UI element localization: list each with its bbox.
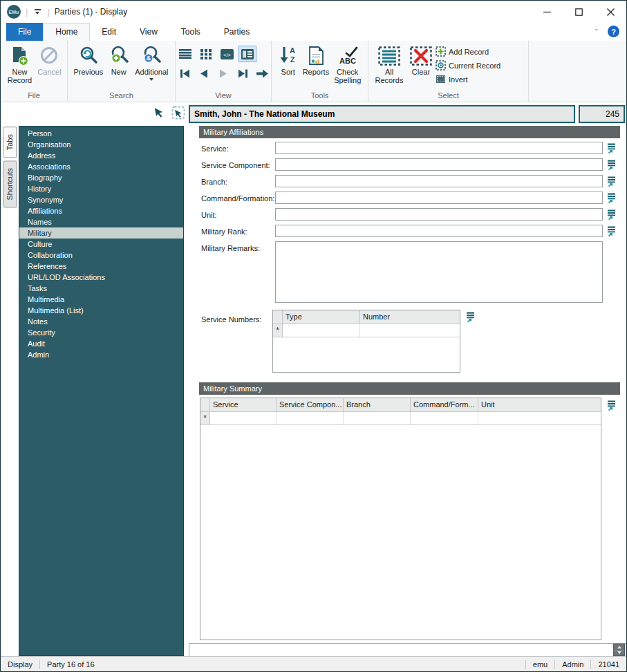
tab-home[interactable]: Home	[43, 23, 90, 41]
unit-lookup-icon[interactable]	[606, 209, 617, 221]
sidebar-item-synonymy[interactable]: Synonymy	[19, 194, 183, 205]
tab-edit[interactable]: Edit	[90, 23, 128, 41]
quick-access-toolbar-button[interactable]	[32, 9, 42, 15]
military-remarks-label: Military Remarks:	[201, 244, 260, 252]
list-view-button[interactable]	[176, 46, 194, 62]
service-input[interactable]	[275, 142, 603, 154]
sidebar-item-security[interactable]: Security	[19, 327, 183, 338]
record-summary-box: Smith, John - The National Museum	[189, 105, 575, 123]
help-icon[interactable]: ?	[608, 26, 619, 37]
command-formation-input[interactable]	[275, 192, 603, 204]
tab-scroll-spinner[interactable]	[613, 644, 625, 656]
tab-view[interactable]: View	[128, 23, 169, 41]
tab-parties[interactable]: Parties	[212, 23, 261, 41]
service-lookup-icon[interactable]	[606, 142, 617, 154]
military-rank-lookup-icon[interactable]	[606, 225, 617, 237]
sn-column-number[interactable]: Number	[360, 310, 460, 324]
command-formation-lookup-icon[interactable]	[606, 192, 617, 204]
ms-new-row[interactable]: *	[200, 412, 601, 425]
sidebar-item-multimedia-list[interactable]: Multimedia (List)	[19, 305, 183, 316]
grid-view-button[interactable]	[197, 46, 215, 62]
clear-selection-icon	[410, 44, 432, 68]
ribbon-group-select: All Records Clear	[368, 41, 529, 102]
sn-new-row[interactable]: *	[273, 324, 460, 337]
select-pointer-icon[interactable]	[153, 106, 165, 118]
sidebar-item-notes[interactable]: Notes	[19, 316, 183, 327]
scroll-up-icon[interactable]	[614, 644, 624, 650]
current-record-button[interactable]: Current Record	[436, 59, 500, 71]
form-view-button[interactable]	[238, 46, 256, 62]
sidebar-item-military[interactable]: Military	[19, 227, 183, 239]
sidebar-item-organisation[interactable]: Organisation	[19, 139, 183, 150]
ms-column-unit[interactable]: Unit	[478, 398, 601, 411]
service-label: Service:	[201, 144, 229, 153]
sidebar-item-history[interactable]: History	[19, 183, 183, 194]
cancel-button[interactable]: Cancel	[35, 43, 64, 76]
ms-column-branch[interactable]: Branch	[344, 398, 411, 411]
new-record-button[interactable]: New Record	[4, 43, 35, 84]
unit-input[interactable]	[275, 208, 603, 221]
service-component-lookup-icon[interactable]	[606, 159, 617, 171]
invert-selection-button[interactable]: Invert	[436, 73, 500, 85]
reports-button[interactable]: Reports	[301, 43, 330, 76]
sidebar-item-admin[interactable]: Admin	[19, 349, 183, 360]
sidebar-item-references[interactable]: References	[19, 261, 183, 272]
sidebar-item-audit[interactable]: Audit	[19, 338, 183, 349]
branch-lookup-icon[interactable]	[606, 176, 617, 187]
app-logo-icon[interactable]: EMu	[7, 5, 21, 19]
maximize-button[interactable]	[563, 1, 595, 23]
new-search-button[interactable]: New	[106, 43, 132, 76]
sn-column-type[interactable]: Type	[283, 310, 360, 324]
sidebar-item-culture[interactable]: Culture	[19, 239, 183, 250]
add-record-button[interactable]: Add Record	[436, 46, 500, 57]
previous-search-button[interactable]: Previous	[71, 43, 106, 76]
sidebar-item-biography[interactable]: Biography	[19, 172, 183, 183]
clear-selection-button[interactable]: Clear	[406, 43, 436, 76]
code-view-button[interactable]: </>	[218, 46, 236, 62]
collapse-ribbon-icon[interactable]: ⌃	[594, 28, 599, 35]
sidebar-item-address[interactable]: Address	[19, 150, 183, 161]
service-component-label: Service Component:	[201, 161, 270, 169]
select-region-icon[interactable]	[171, 106, 185, 120]
military-summary-grid[interactable]: Service Service Compon... Branch Command…	[200, 398, 601, 640]
svg-text:Z: Z	[290, 55, 294, 64]
scroll-down-icon[interactable]	[614, 650, 624, 656]
ms-column-service[interactable]: Service	[210, 398, 277, 411]
sidebar-item-tasks[interactable]: Tasks	[19, 283, 183, 294]
service-numbers-lookup-icon[interactable]	[465, 311, 476, 323]
tab-list-panel: Person Organisation Address Associations…	[19, 126, 184, 656]
sidebar-item-multimedia[interactable]: Multimedia	[19, 294, 183, 305]
grid-view-icon	[200, 49, 212, 59]
service-component-input[interactable]	[275, 158, 603, 171]
military-remarks-textarea[interactable]	[275, 241, 603, 303]
sidebar-item-url-lod-associations[interactable]: URL/LOD Associations	[19, 272, 183, 283]
ms-column-command-formation[interactable]: Command/Form...	[411, 398, 478, 411]
service-numbers-grid[interactable]: Type Number *	[272, 310, 460, 373]
ms-column-service-component[interactable]: Service Compon...	[277, 398, 344, 411]
previous-record-button[interactable]	[196, 66, 212, 81]
tab-tools[interactable]: Tools	[169, 23, 212, 41]
sidebar-item-affiliations[interactable]: Affiliations	[19, 205, 183, 216]
minimize-button[interactable]	[531, 1, 563, 23]
military-rank-input[interactable]	[275, 225, 603, 237]
all-records-button[interactable]: All Records	[372, 43, 406, 84]
additional-search-button[interactable]: & Additional	[132, 43, 171, 81]
last-record-button[interactable]	[234, 66, 251, 81]
sort-button[interactable]: A Z Sort	[275, 43, 301, 76]
sidebar-item-names[interactable]: Names	[19, 216, 183, 227]
close-button[interactable]	[595, 1, 626, 23]
check-spelling-button[interactable]: ABC Check Spelling	[330, 43, 364, 84]
next-record-button[interactable]	[215, 66, 232, 81]
goto-record-button[interactable]	[254, 66, 270, 81]
sidebar-item-person[interactable]: Person	[19, 128, 183, 139]
first-record-button[interactable]	[176, 66, 193, 81]
side-tab-shortcuts[interactable]: Shortcuts	[3, 160, 17, 207]
tab-file[interactable]: File	[6, 23, 43, 41]
ribbon-group-tools: A Z Sort	[272, 41, 368, 102]
military-summary-lookup-icon[interactable]	[606, 400, 617, 411]
side-tab-tabs[interactable]: Tabs	[3, 127, 17, 158]
sidebar-item-collaboration[interactable]: Collaboration	[19, 250, 183, 261]
branch-input[interactable]	[275, 175, 603, 187]
sidebar-item-associations[interactable]: Associations	[19, 161, 183, 172]
invert-selection-icon	[436, 74, 446, 84]
